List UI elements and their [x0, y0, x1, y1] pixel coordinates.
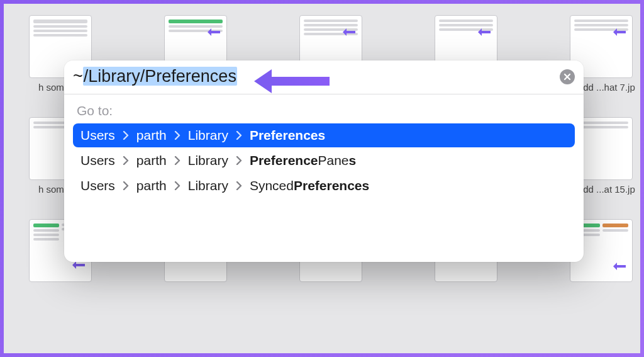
path-segment: Library	[188, 153, 228, 168]
suggestions-section: Go to: UsersparthLibraryPreferencesUsers…	[64, 94, 584, 198]
chevron-right-icon	[123, 131, 129, 140]
go-to-folder-sheet: ~/Library/Preferences Go to: UsersparthL…	[64, 60, 584, 262]
chevron-right-icon	[174, 156, 180, 165]
chevron-right-icon	[236, 131, 242, 140]
path-segment: Users	[80, 153, 115, 168]
path-segment: Library	[188, 128, 228, 143]
path-segment-final: Preferences	[250, 128, 325, 143]
path-segment: parth	[136, 128, 167, 143]
path-input[interactable]: ~/Library/Preferences	[73, 67, 553, 86]
path-segment: Users	[80, 128, 115, 143]
chevron-right-icon	[236, 156, 242, 165]
path-segment-final: SyncedPreferences	[250, 178, 369, 193]
chevron-right-icon	[123, 156, 129, 165]
path-segment: Library	[188, 178, 228, 193]
section-label: Go to:	[77, 103, 575, 118]
finder-icon-view: h som...pg to add ...hat 7.jp	[4, 4, 640, 353]
path-input-row: ~/Library/Preferences	[64, 60, 584, 94]
close-icon	[564, 73, 571, 81]
suggestion-selected[interactable]: UsersparthLibraryPreferences	[73, 123, 575, 147]
suggestion[interactable]: UsersparthLibrarySyncedPreferences	[73, 174, 575, 198]
suggestion[interactable]: UsersparthLibraryPreferencePanes	[73, 149, 575, 173]
path-segment: parth	[136, 153, 167, 168]
chevron-right-icon	[174, 181, 180, 190]
suggestion-list: UsersparthLibraryPreferencesUsersparthLi…	[73, 123, 575, 198]
path-input-selection: /Library/Preferences	[83, 67, 237, 86]
path-segment-final: PreferencePanes	[250, 153, 356, 168]
chevron-right-icon	[236, 181, 242, 190]
path-segment: Users	[80, 178, 115, 193]
path-segment: parth	[136, 178, 167, 193]
clear-button[interactable]	[560, 69, 575, 84]
chevron-right-icon	[174, 131, 180, 140]
chevron-right-icon	[123, 181, 129, 190]
path-input-prefix: ~	[73, 67, 83, 86]
